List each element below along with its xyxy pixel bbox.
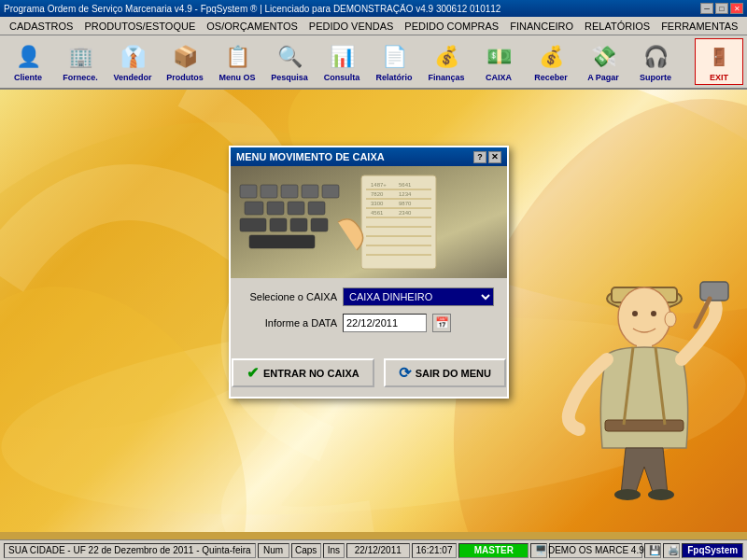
status-master: MASTER: [458, 543, 529, 558]
status-fpq: FpqSystem: [682, 543, 743, 558]
dialog-title-buttons: ? ✕: [473, 151, 501, 163]
fornecedor-label: Fornece.: [63, 73, 98, 82]
status-ins: Ins: [323, 543, 345, 558]
menu-bar: CADASTROS PRODUTOS/ESTOQUE OS/ORÇAMENTOS…: [0, 17, 747, 35]
toolbar-produtos[interactable]: 📦 Produtos: [161, 38, 209, 85]
maximize-button[interactable]: □: [715, 3, 728, 14]
sair-do-menu-button[interactable]: ⟳ SAIR DO MENU: [384, 358, 506, 387]
data-row: Informe a DATA 📅: [244, 314, 494, 332]
menu-produtos[interactable]: PRODUTOS/ESTOQUE: [78, 19, 201, 34]
dialog-titlebar: MENU MOVIMENTO DE CAIXA ? ✕: [231, 147, 507, 166]
svg-text:1487+: 1487+: [371, 182, 387, 188]
menu-relatorios[interactable]: RELATÓRIOS: [579, 19, 655, 34]
svg-rect-20: [240, 185, 257, 198]
toolbar-a-pagar[interactable]: 💸 A Pagar: [579, 38, 627, 85]
toolbar-receber[interactable]: 💰 Receber: [527, 38, 575, 85]
status-city: SUA CIDADE - UF 22 de Dezembro de 2011 -…: [4, 543, 256, 558]
financas-label: Finanças: [428, 73, 464, 82]
toolbar-caixa[interactable]: 💵 CAIXA: [474, 38, 523, 85]
svg-text:9870: 9870: [399, 201, 412, 206]
svg-rect-29: [240, 218, 266, 231]
toolbar-menu-os[interactable]: 📋 Menu OS: [213, 38, 261, 85]
produtos-icon: 📦: [170, 42, 200, 72]
svg-rect-21: [261, 185, 277, 198]
pesquisa-icon: 🔍: [275, 42, 304, 72]
svg-text:7820: 7820: [371, 191, 384, 197]
toolbar-pesquisa[interactable]: 🔍 Pesquisa: [265, 38, 314, 85]
main-background: MENU MOVIMENTO DE CAIXA ? ✕: [0, 90, 747, 532]
svg-rect-27: [288, 202, 304, 215]
caixa-select[interactable]: CAIXA DINHEIRO: [343, 287, 494, 306]
caixa-row: Selecione o CAIXA CAIXA DINHEIRO: [244, 287, 494, 306]
menu-os-icon: 📋: [222, 42, 252, 72]
toolbar-relatorio[interactable]: 📄 Relatório: [370, 38, 418, 85]
svg-rect-33: [249, 235, 315, 248]
svg-rect-22: [281, 185, 298, 198]
status-date: 22/12/2011: [346, 543, 410, 558]
toolbar-cliente[interactable]: 👤 Cliente: [4, 38, 52, 85]
menu-financeiro[interactable]: FINANCEIRO: [504, 19, 579, 34]
toolbar-consulta[interactable]: 📊 Consulta: [317, 38, 366, 85]
consulta-label: Consulta: [324, 73, 360, 82]
menu-cadastros[interactable]: CADASTROS: [4, 19, 78, 34]
svg-point-9: [651, 311, 656, 316]
minimize-button[interactable]: ─: [700, 3, 713, 14]
suporte-label: Suporte: [640, 73, 671, 82]
caixa-icon: 💵: [484, 42, 514, 72]
svg-rect-26: [267, 202, 284, 215]
entrar-no-caixa-button[interactable]: ✔ ENTRAR NO CAIXA: [232, 358, 374, 387]
toolbar-suporte[interactable]: 🎧 Suporte: [631, 38, 680, 85]
menu-os[interactable]: OS/ORÇAMENTOS: [201, 19, 303, 34]
svg-rect-32: [311, 218, 328, 231]
receber-icon: 💰: [536, 42, 566, 72]
toolbar-exit[interactable]: 🚪 EXIT: [695, 38, 743, 85]
svg-point-7: [618, 287, 670, 347]
svg-rect-25: [245, 202, 263, 215]
caixa-label: CAIXA: [486, 73, 512, 82]
vendedor-icon: 👔: [118, 42, 148, 72]
svg-point-15: [614, 489, 641, 500]
svg-point-16: [648, 489, 674, 500]
calendar-button[interactable]: 📅: [432, 314, 451, 332]
toolbar-financas[interactable]: 💰 Finanças: [422, 38, 471, 85]
svg-rect-31: [290, 218, 307, 231]
svg-text:5641: 5641: [399, 182, 412, 188]
dialog-close-button[interactable]: ✕: [488, 151, 501, 163]
svg-rect-23: [302, 185, 318, 198]
menu-ajuda[interactable]: AJUDA: [743, 19, 747, 34]
pesquisa-label: Pesquisa: [271, 73, 308, 82]
dialog-title: MENU MOVIMENTO DE CAIXA: [236, 151, 385, 162]
dialog-help-button[interactable]: ?: [473, 151, 486, 163]
svg-rect-30: [270, 218, 287, 231]
menu-ferramentas[interactable]: FERRAMENTAS: [655, 19, 743, 34]
title-bar-buttons: ─ □ ✕: [700, 3, 743, 14]
svg-rect-12: [605, 420, 684, 431]
sair-label: SAIR DO MENU: [416, 368, 491, 379]
fornecedor-icon: 🏢: [65, 42, 95, 72]
svg-point-8: [632, 311, 638, 316]
status-time: 16:21:07: [412, 543, 458, 558]
svg-point-10: [665, 312, 676, 327]
svg-text:4561: 4561: [371, 210, 384, 216]
svg-rect-13: [700, 282, 728, 301]
svg-text:2340: 2340: [399, 210, 412, 216]
toolbar: 👤 Cliente 🏢 Fornece. 👔 Vendedor 📦 Produt…: [0, 35, 747, 90]
status-num: Num: [258, 543, 289, 558]
dialog-image: 1487+ 5641 7820 1234 3300 9870 4561 2340: [231, 166, 507, 278]
close-button[interactable]: ✕: [730, 3, 743, 14]
toolbar-vendedor[interactable]: 👔 Vendedor: [108, 38, 157, 85]
menu-pedido-vendas[interactable]: PEDIDO VENDAS: [303, 19, 399, 34]
svg-text:3300: 3300: [371, 201, 384, 206]
menu-pedido-compras[interactable]: PEDIDO COMPRAS: [399, 19, 504, 34]
menu-os-label: Menu OS: [218, 73, 255, 82]
produtos-label: Produtos: [166, 73, 204, 82]
title-text: Programa Ordem de Serviço Marcenaria v4.…: [4, 4, 500, 14]
toolbar-fornecedor[interactable]: 🏢 Fornece.: [56, 38, 105, 85]
check-icon: ✔: [247, 364, 259, 382]
svg-text:1234: 1234: [399, 191, 412, 197]
financas-icon: 💰: [431, 42, 461, 72]
a-pagar-label: A Pagar: [587, 73, 619, 82]
vendedor-label: Vendedor: [113, 73, 151, 82]
title-bar: Programa Ordem de Serviço Marcenaria v4.…: [0, 0, 747, 17]
data-input[interactable]: [343, 314, 427, 332]
